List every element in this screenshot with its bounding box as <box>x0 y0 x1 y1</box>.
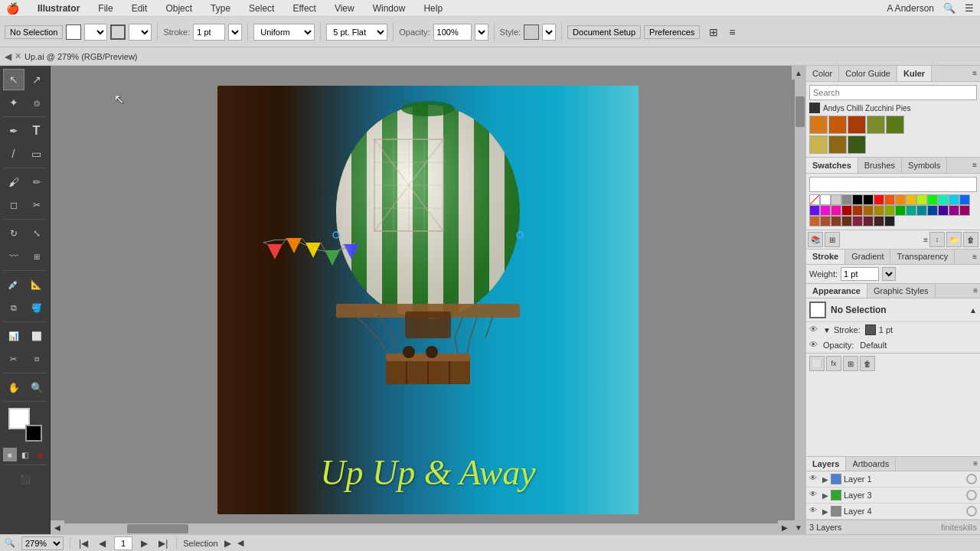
swatch-orange[interactable] <box>895 194 906 205</box>
swatch-d1[interactable] <box>841 205 852 216</box>
appearance-stroke-swatch[interactable] <box>865 324 876 335</box>
measure-tool[interactable]: 📐 <box>26 274 47 295</box>
layer-row-1[interactable]: 👁 ▶ Layer 1 <box>806 471 980 487</box>
swatch-folder-icon[interactable]: 📁 <box>946 232 962 247</box>
swatch-purple[interactable] <box>809 205 820 216</box>
tab-close-icon[interactable]: ✕ <box>15 51 21 61</box>
no-selection-button[interactable]: No Selection <box>5 25 63 39</box>
swatch-e3[interactable] <box>831 216 841 227</box>
swatch-e1[interactable] <box>809 216 820 227</box>
appearance-delete-icon[interactable]: 🗑 <box>860 356 875 371</box>
artboard-tool[interactable]: ⬜ <box>26 325 47 347</box>
tab-appearance[interactable]: Appearance <box>806 284 867 298</box>
swatches-search-input[interactable] <box>809 177 977 192</box>
swatches-options-icon[interactable]: ≡ <box>969 158 980 173</box>
appearance-arrow-stroke[interactable]: ▼ <box>823 326 831 334</box>
stroke-options-icon[interactable]: ≡ <box>969 249 980 264</box>
pencil-tool[interactable]: ✏ <box>26 171 47 193</box>
stroke-type-select[interactable]: Uniform <box>253 24 315 41</box>
stroke-weight-dropdown[interactable] <box>228 24 242 41</box>
menu-file[interactable]: File <box>95 2 116 15</box>
tab-swatches[interactable]: Swatches <box>806 158 858 173</box>
tab-kuler[interactable]: Kuler <box>897 66 932 81</box>
swatch-magenta[interactable] <box>820 205 831 216</box>
color-mode-none[interactable]: ⊘ <box>34 448 47 461</box>
doc-tab[interactable]: Up.ai @ 279% (RGB/Preview) <box>24 52 138 61</box>
kuler-search-input[interactable] <box>809 85 977 100</box>
appearance-eye-opacity[interactable]: 👁 <box>809 340 820 350</box>
appearance-options-icon[interactable]: ≡ <box>971 284 980 298</box>
scissors-tool[interactable]: ✂ <box>26 194 47 216</box>
swatch-registration[interactable] <box>863 194 874 205</box>
live-paint-tool[interactable]: 🪣 <box>26 297 47 318</box>
scale-tool[interactable]: ⤡ <box>26 223 47 244</box>
kuler-swatch-6[interactable] <box>809 135 828 154</box>
nav-last-btn[interactable]: ▶| <box>156 538 170 549</box>
zoom-tool[interactable]: 🔍 <box>26 377 47 398</box>
layer-row-4[interactable]: 👁 ▶ Layer 4 <box>806 504 980 520</box>
kuler-swatch-7[interactable] <box>828 135 847 154</box>
swatch-d4[interactable] <box>874 205 884 216</box>
swatch-e7[interactable] <box>874 216 884 227</box>
opacity-input[interactable] <box>433 24 472 41</box>
swatch-black[interactable] <box>852 194 863 205</box>
swatch-sort-icon[interactable]: ↕ <box>929 232 945 247</box>
layer-eye-3[interactable]: 👁 <box>809 490 820 500</box>
layer-eye-1[interactable]: 👁 <box>809 474 820 484</box>
stroke-weight-field[interactable] <box>841 267 879 281</box>
swatch-options-icon[interactable]: ≡ <box>923 236 928 244</box>
swatch-e5[interactable] <box>852 216 863 227</box>
swatch-d9[interactable] <box>927 205 938 216</box>
scroll-up-btn[interactable]: ▲ <box>792 66 805 80</box>
swatch-d5[interactable] <box>884 205 895 216</box>
kuler-swatch-5[interactable] <box>886 116 904 134</box>
lasso-tool[interactable]: ⌾ <box>26 92 47 113</box>
swatch-d8[interactable] <box>916 205 927 216</box>
color-mode-gradient[interactable]: ◧ <box>18 448 32 461</box>
swatch-red[interactable] <box>874 194 884 205</box>
swatch-orange-red[interactable] <box>884 194 895 205</box>
swatch-d6[interactable] <box>895 205 906 216</box>
swatch-new-icon[interactable]: ⊞ <box>825 232 840 247</box>
panel-options-icon[interactable]: ≡ <box>969 66 980 81</box>
tab-color-guide[interactable]: Color Guide <box>839 66 897 81</box>
search-icon[interactable]: 🔍 <box>943 2 956 14</box>
tab-stroke[interactable]: Stroke <box>806 249 845 264</box>
tab-transparency[interactable]: Transparency <box>890 249 955 264</box>
kuler-swatch-2[interactable] <box>828 116 847 134</box>
arrange-icon[interactable]: ⊞ <box>706 24 721 40</box>
menu-effect[interactable]: Effect <box>289 2 318 15</box>
layer-arrow-1[interactable]: ▶ <box>822 475 828 484</box>
style-dropdown[interactable] <box>542 24 556 41</box>
fill-mode-dropdown[interactable] <box>129 24 152 41</box>
pen-tool[interactable]: ✒ <box>3 120 24 142</box>
layers-options-icon[interactable]: ≡ <box>971 457 980 471</box>
layer-row-3[interactable]: 👁 ▶ Layer 3 <box>806 487 980 504</box>
appearance-new-icon[interactable]: ⊞ <box>843 356 858 371</box>
appearance-scroll-up[interactable]: ▲ <box>969 306 977 315</box>
swatch-pink[interactable] <box>831 205 841 216</box>
preferences-button[interactable]: Preferences <box>644 25 700 39</box>
menu-window[interactable]: Window <box>370 2 409 15</box>
stroke-end-select[interactable]: 5 pt. Flat <box>326 24 387 41</box>
swatch-teal[interactable] <box>938 194 949 205</box>
swatch-e6[interactable] <box>863 216 874 227</box>
artboard-view-btn[interactable]: ⬛ <box>15 468 36 490</box>
menu-list-icon[interactable]: ☰ <box>965 2 974 14</box>
kuler-swatch-8[interactable] <box>848 135 866 154</box>
color-mode-fill[interactable]: ■ <box>3 448 17 461</box>
fill-swatch[interactable] <box>66 24 81 40</box>
zoom-select[interactable]: 279% <box>21 536 64 550</box>
scroll-left-btn[interactable]: ◀ <box>51 520 64 534</box>
swatch-e2[interactable] <box>820 216 831 227</box>
panel-toggle-icon[interactable]: ◀ <box>5 51 11 62</box>
swatch-e4[interactable] <box>841 216 852 227</box>
tab-brushes[interactable]: Brushes <box>858 158 902 173</box>
layer-target-4[interactable] <box>966 506 977 517</box>
tab-symbols[interactable]: Symbols <box>902 158 947 173</box>
swatch-lib-icon[interactable]: 📚 <box>808 232 823 247</box>
fill-dropdown[interactable] <box>84 24 107 41</box>
tab-layers[interactable]: Layers <box>806 457 846 471</box>
menu-object[interactable]: Object <box>162 2 195 15</box>
layer-arrow-3[interactable]: ▶ <box>822 491 828 500</box>
